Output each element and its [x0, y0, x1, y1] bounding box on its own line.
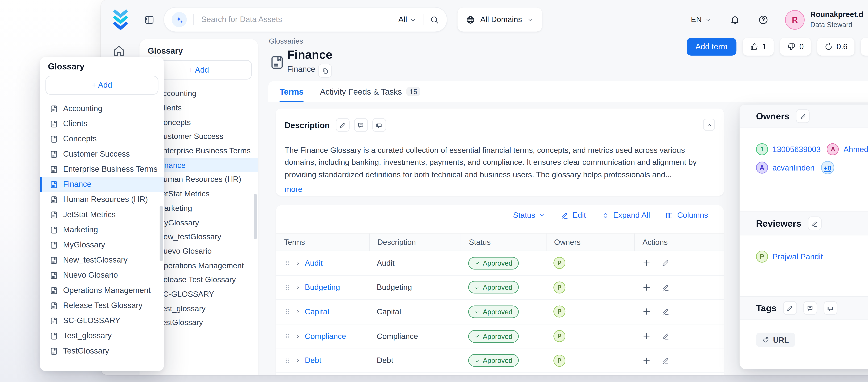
request-tags-button[interactable] — [803, 301, 817, 315]
ai-sparkle-button[interactable] — [172, 12, 187, 27]
glossary-overlay-scrollbar[interactable] — [160, 206, 163, 261]
glossary-item-customer-success[interactable]: Customer Success — [40, 146, 164, 161]
add-child-term-icon[interactable] — [642, 356, 651, 365]
more-options-button[interactable] — [861, 38, 868, 56]
drag-handle-icon[interactable] — [284, 333, 291, 340]
notifications-bell-icon[interactable] — [730, 14, 740, 25]
columns-button[interactable]: Columns — [665, 211, 708, 219]
more-link[interactable]: more — [284, 183, 302, 196]
owner-avatar[interactable]: P — [553, 282, 565, 293]
glossary-overlay-add-button[interactable]: + Add — [45, 76, 158, 95]
expand-all-button[interactable]: Expand All — [601, 211, 650, 219]
edit-tags-button[interactable] — [783, 301, 797, 315]
glossary-panel-scrollbar[interactable] — [254, 194, 257, 239]
glossary-item-accounting[interactable]: Accounting — [40, 101, 164, 116]
glossary-item-marketing[interactable]: Marketing — [40, 222, 164, 237]
drag-handle-icon[interactable] — [284, 284, 291, 291]
expand-row-icon[interactable] — [295, 260, 301, 266]
edit-table-button[interactable]: Edit — [561, 211, 586, 219]
request-description-button[interactable] — [354, 118, 368, 132]
glossary-item-enterprise-business-terms[interactable]: Enterprise Business Terms — [40, 161, 164, 177]
edit-term-icon[interactable] — [661, 356, 670, 365]
glossary-item-finance[interactable]: Finance — [40, 177, 164, 192]
add-term-button[interactable]: Add term — [687, 38, 736, 56]
term-link[interactable]: Compliance — [305, 332, 346, 341]
glossary-item-new-testglossary[interactable]: New_testGlossary — [40, 253, 164, 268]
owner-avatar[interactable]: P — [553, 330, 565, 342]
edit-term-icon[interactable] — [661, 283, 670, 292]
glossary-item-jetstat-metrics[interactable]: JetStat Metrics — [40, 207, 164, 222]
owners-overflow-badge[interactable]: +8 — [821, 161, 834, 174]
user-chip-acvanlinden[interactable]: Aacvanlinden — [756, 161, 814, 174]
glossary-item-operations-management[interactable]: Operations Management — [40, 283, 164, 298]
language-dropdown[interactable]: EN — [691, 15, 712, 24]
copy-name-button[interactable] — [318, 64, 332, 78]
glossary-item-clients[interactable]: Clients — [40, 116, 164, 131]
user-chip-prajwal-pandit[interactable]: PPrajwal Pandit — [756, 251, 823, 263]
drag-handle-icon[interactable] — [284, 308, 291, 315]
expand-row-icon[interactable] — [295, 309, 301, 315]
term-link[interactable]: Audit — [305, 259, 323, 268]
global-search-bar[interactable]: All — [163, 7, 447, 32]
search-icon[interactable] — [430, 15, 439, 24]
domains-dropdown[interactable]: All Domains — [458, 8, 542, 32]
expand-row-icon[interactable] — [295, 357, 301, 363]
glossary-item-human-resources-hr-[interactable]: Human Resources (HR) — [40, 192, 164, 207]
search-input[interactable] — [200, 14, 398, 25]
downvote-button[interactable]: 0 — [780, 38, 811, 56]
table-row-audit[interactable]: AuditAuditApprovedP — [276, 251, 724, 275]
drag-handle-icon[interactable] — [284, 357, 291, 364]
owner-avatar[interactable]: P — [553, 306, 565, 318]
glossary-item-test-glossary[interactable]: Test_glossary — [40, 328, 164, 343]
status-filter-dropdown[interactable]: Status — [513, 211, 546, 219]
add-child-term-icon[interactable] — [642, 331, 651, 341]
user-chip-13005639003[interactable]: 113005639003 — [756, 143, 821, 155]
edit-owners-button[interactable] — [796, 109, 810, 123]
user-chip-ahmed-mohamed[interactable]: AAhmed Mohamed — [827, 143, 868, 155]
add-child-term-icon[interactable] — [642, 258, 651, 268]
home-icon[interactable] — [112, 44, 125, 57]
glossary-item-concepts[interactable]: Concepts — [40, 131, 164, 146]
expand-row-icon[interactable] — [295, 333, 301, 339]
term-link[interactable]: Capital — [305, 307, 329, 316]
glossary-item-release-test-glossary[interactable]: Release Test Glossary — [40, 298, 164, 313]
owner-avatar[interactable]: P — [553, 355, 565, 366]
table-row-compliance[interactable]: ComplianceComplianceApprovedP — [276, 324, 724, 349]
glossary-item-testglossary[interactable]: TestGlossary — [40, 344, 164, 358]
tag-comments-button[interactable] — [824, 301, 837, 315]
collapse-description-button[interactable] — [703, 119, 715, 130]
edit-term-icon[interactable] — [661, 259, 670, 267]
glossary-item-sc-glossary[interactable]: SC-GLOSSARY — [40, 313, 164, 328]
edit-reviewers-button[interactable] — [808, 216, 822, 230]
table-row-partial[interactable]: ApprovedP — [276, 373, 724, 375]
edit-term-icon[interactable] — [661, 332, 670, 340]
tab-terms[interactable]: Terms — [279, 81, 304, 102]
edit-term-icon[interactable] — [661, 308, 670, 316]
table-row-debt[interactable]: DebtDebtApprovedP — [276, 349, 724, 373]
version-button[interactable]: 0.6 — [817, 38, 855, 56]
table-row-budgeting[interactable]: BudgetingBudgetingApprovedP — [276, 275, 724, 300]
upvote-button[interactable]: 1 — [743, 38, 774, 56]
term-link[interactable]: Budgeting — [305, 283, 340, 292]
terms-table-card: Status Edit Expand All Columns — [276, 205, 724, 375]
glossary-item-nuevo-glosario[interactable]: Nuevo Glosario — [40, 268, 164, 283]
tab-activity-feeds[interactable]: Activity Feeds & Tasks 15 — [320, 81, 420, 102]
table-row-capital[interactable]: CapitalCapitalApprovedP — [276, 300, 724, 324]
term-link[interactable]: Debt — [305, 356, 321, 365]
glossary-item-myglossary[interactable]: MyGlossary — [40, 237, 164, 253]
breadcrumb[interactable]: Glossaries — [269, 37, 303, 45]
comments-button[interactable] — [372, 118, 386, 132]
tag-chip-url[interactable]: URL — [756, 333, 795, 347]
app-logo-icon[interactable] — [111, 9, 130, 30]
sidebar-collapse-icon[interactable] — [144, 14, 155, 25]
expand-row-icon[interactable] — [295, 284, 301, 291]
owner-avatar[interactable]: P — [553, 257, 565, 269]
help-icon[interactable] — [758, 14, 769, 25]
drag-handle-icon[interactable] — [284, 260, 291, 267]
edit-description-button[interactable] — [335, 118, 349, 132]
thumbs-up-icon — [750, 42, 758, 51]
add-child-term-icon[interactable] — [642, 283, 651, 292]
user-avatar[interactable]: R — [785, 10, 805, 29]
search-scope-dropdown[interactable]: All — [398, 15, 416, 24]
add-child-term-icon[interactable] — [642, 307, 651, 317]
